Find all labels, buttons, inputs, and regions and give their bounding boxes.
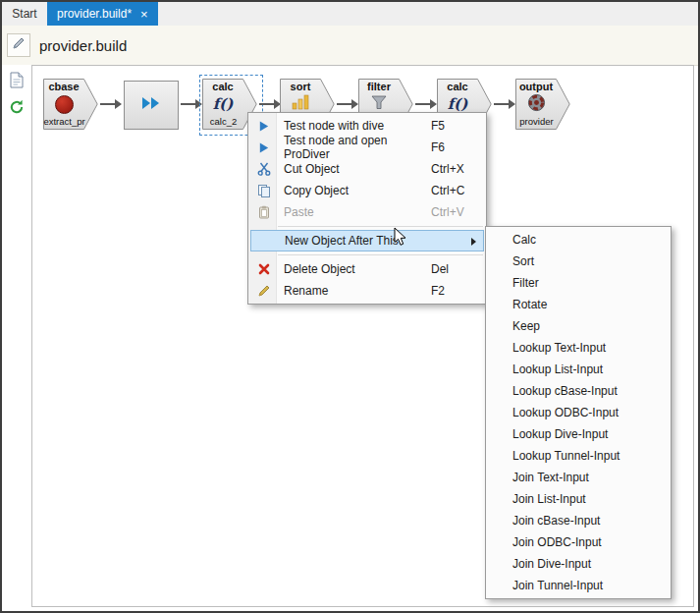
filter-funnel-icon [371,95,387,114]
scissors-icon [250,162,277,176]
node-transfer[interactable] [124,81,179,130]
menu-item-rename[interactable]: Rename F2 [250,280,484,302]
node-type-label: calc [437,81,478,92]
document-icon [10,72,24,92]
function-icon: f() [448,95,468,113]
submenu-item-lookup-list-input[interactable]: Lookup List-Input [486,359,671,380]
submenu-item-lookup-cbase-input[interactable]: Lookup cBase-Input [486,380,671,402]
app-window: Start provider.build* × provider.build [0,0,700,613]
connector-arrow [100,103,115,105]
node-name-label: extract_pr [41,116,87,127]
menu-item-cut-object[interactable]: Cut Object Ctrl+X [250,158,484,180]
play-icon [250,141,277,154]
connector-arrow [259,103,274,105]
connector-arrow [415,103,430,105]
new-object-submenu: Calc Sort Filter Rotate Keep Lookup Text… [485,226,672,599]
paste-icon [250,205,277,219]
connector-arrow [181,103,195,105]
new-document-button[interactable] [6,71,27,92]
submenu-item-lookup-odbc-input[interactable]: Lookup ODBC-Input [486,402,671,423]
page-title: provider.build [39,37,127,54]
refresh-button[interactable] [6,98,27,120]
submenu-item-lookup-tunnel-input[interactable]: Lookup Tunnel-Input [486,445,671,467]
red-circle-icon [55,95,74,114]
connector-arrow [337,103,351,105]
menu-item-paste[interactable]: Paste Ctrl+V [250,201,484,223]
transfer-arrows-icon [139,93,163,117]
node-type-label: output [515,81,557,92]
menu-item-copy-object[interactable]: Copy Object Ctrl+C [250,180,484,201]
node-type-label: filter [358,81,400,92]
rename-pencil-icon [250,284,277,298]
tab-bar: Start provider.build* × [2,2,698,26]
left-sidebar [2,65,31,611]
submenu-item-sort[interactable]: Sort [486,251,671,272]
menu-separator [278,226,483,227]
menu-separator [278,254,483,255]
tab-provider-build[interactable]: provider.build* × [47,2,158,26]
header-tool-button[interactable] [7,33,30,57]
node-name-label: provider [513,116,560,127]
submenu-item-lookup-text-input[interactable]: Lookup Text-Input [486,337,671,359]
submenu-arrow-icon [471,238,476,246]
node-type-label: cbase [43,81,84,92]
node-type-label: sort [280,81,321,92]
play-icon [250,120,277,133]
copy-icon [250,184,277,197]
close-icon[interactable]: × [140,8,148,21]
refresh-icon [9,99,25,119]
mouse-cursor [394,227,406,251]
submenu-item-lookup-dive-input[interactable]: Lookup Dive-Input [486,423,671,445]
function-icon: f() [213,95,234,113]
menu-item-test-node-open-prodiver[interactable]: Test node and open ProDiver F6 [250,137,484,158]
menu-item-new-object-after-this[interactable]: New Object After This [250,230,484,251]
submenu-item-join-dive-input[interactable]: Join Dive-Input [486,553,671,575]
pen-icon [12,36,26,54]
node-output[interactable]: output provider [515,79,570,130]
sort-bars-icon [292,94,309,114]
submenu-item-filter[interactable]: Filter [486,272,671,294]
context-menu: Test node with dive F5 Test node and ope… [247,112,487,305]
node-cbase[interactable]: cbase extract_pr [43,79,98,130]
submenu-item-keep[interactable]: Keep [486,315,671,337]
menu-item-delete-object[interactable]: Delete Object Del [250,258,484,280]
node-name-label: calc_2 [200,116,246,127]
submenu-item-join-tunnel-input[interactable]: Join Tunnel-Input [486,575,671,596]
output-target-icon [527,93,546,116]
delete-x-icon [250,263,277,275]
submenu-item-join-text-input[interactable]: Join Text-Input [486,467,671,488]
submenu-item-calc[interactable]: Calc [486,229,671,251]
submenu-item-join-odbc-input[interactable]: Join ODBC-Input [486,531,671,553]
submenu-item-join-list-input[interactable]: Join List-Input [486,488,671,510]
tab-label: provider.build* [57,7,132,21]
submenu-item-rotate[interactable]: Rotate [486,294,671,315]
connector-arrow [494,103,509,105]
submenu-item-join-cbase-input[interactable]: Join cBase-Input [486,510,671,531]
tab-start[interactable]: Start [2,2,47,26]
node-type-label: calc [202,81,243,92]
header: provider.build [2,26,698,66]
